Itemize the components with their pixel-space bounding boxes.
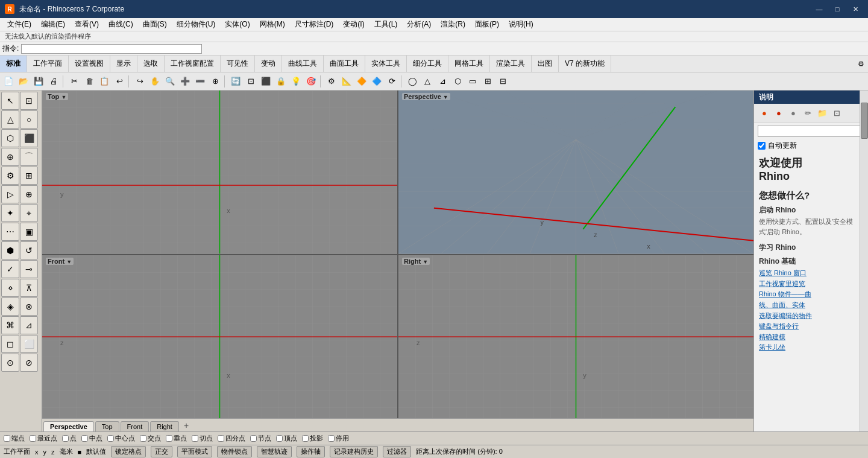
snap-checkbox-11[interactable] xyxy=(302,435,309,442)
viewport-perspective-label[interactable]: Perspective ▼ xyxy=(402,93,450,100)
toolbar-icon-31[interactable]: ⊟ xyxy=(495,74,510,89)
viewport-right[interactable]: Right ▼ xyxy=(398,255,753,419)
toolbar-icon-17[interactable]: 🔒 xyxy=(274,74,288,89)
menu-item-R[interactable]: 渲染(R) xyxy=(436,18,470,31)
toolbar-icon-16[interactable]: ⬛ xyxy=(259,74,273,89)
link-select-edit[interactable]: 选取要编辑的物件 xyxy=(759,311,863,322)
menu-item-E[interactable]: 编辑(E) xyxy=(36,18,70,31)
toolbar-icon-15[interactable]: ⊡ xyxy=(244,74,258,89)
tool-btn-10[interactable]: ▷ xyxy=(1,185,19,203)
ribbon-tab-曲线工具[interactable]: 曲线工具 xyxy=(282,56,324,72)
viewport-perspective[interactable]: Perspective ▼ xyxy=(398,91,753,254)
ribbon-tab-实体工具[interactable]: 实体工具 xyxy=(365,56,407,72)
viewport-tab-right[interactable]: Right xyxy=(150,421,179,431)
snap-label-2[interactable]: 点 xyxy=(70,434,77,443)
ribbon-tab-选取[interactable]: 选取 xyxy=(137,56,165,72)
menu-item-M[interactable]: 网格(M) xyxy=(255,18,290,31)
link-objects[interactable]: Rhino 物件——曲线、曲面、实体 xyxy=(759,289,863,310)
snap-label-7[interactable]: 切点 xyxy=(200,434,213,443)
ribbon-tab-网格工具[interactable]: 网格工具 xyxy=(448,56,490,72)
close-button[interactable]: ✕ xyxy=(848,3,863,15)
viewport-front[interactable]: Front ▼ xyxy=(42,255,397,419)
status-mode-3[interactable]: 物件锁点 xyxy=(217,446,252,457)
tool-btn-24[interactable]: ⌘ xyxy=(1,316,19,334)
snap-label-6[interactable]: 垂点 xyxy=(174,434,187,443)
tool-btn-20[interactable]: ⋄ xyxy=(1,279,19,297)
status-mode-4[interactable]: 智慧轨迹 xyxy=(257,446,292,457)
tool-btn-21[interactable]: ⊼ xyxy=(20,279,38,297)
minimize-button[interactable]: — xyxy=(811,3,827,15)
snap-label-12[interactable]: 停用 xyxy=(336,434,349,443)
toolbar-icon-24[interactable]: ⟳ xyxy=(385,74,399,89)
toolbar-icon-8[interactable]: ↪ xyxy=(133,74,147,89)
snap-checkbox-4[interactable] xyxy=(107,435,114,442)
tool-btn-7[interactable]: ⌒ xyxy=(20,148,38,166)
snap-checkbox-8[interactable] xyxy=(218,435,224,442)
status-mode-2[interactable]: 平面模式 xyxy=(177,446,212,457)
tool-btn-4[interactable]: ⬡ xyxy=(1,129,19,147)
toolbar-icon-23[interactable]: 🔷 xyxy=(370,74,384,89)
menu-item-P[interactable]: 面板(P) xyxy=(470,18,504,31)
snap-label-4[interactable]: 中心点 xyxy=(115,434,135,443)
ribbon-tab-显示[interactable]: 显示 xyxy=(110,56,137,72)
toolbar-icon-11[interactable]: ➕ xyxy=(178,74,192,89)
menu-item-U[interactable]: 细分物件(U) xyxy=(172,18,221,31)
rp-color-icon[interactable]: ● xyxy=(758,106,771,119)
snap-label-5[interactable]: 交点 xyxy=(148,434,161,443)
menu-item-V[interactable]: 查看(V) xyxy=(70,18,104,31)
menu-item-C[interactable]: 曲线(C) xyxy=(104,18,138,31)
snap-label-8[interactable]: 四分点 xyxy=(225,434,245,443)
ribbon-settings-icon[interactable]: ⚙ xyxy=(854,59,868,69)
toolbar-icon-13[interactable]: ⊕ xyxy=(208,74,222,89)
menu-item-D[interactable]: 尺寸标注(D) xyxy=(290,18,339,31)
tool-btn-22[interactable]: ◈ xyxy=(1,297,19,316)
menu-item-S[interactable]: 曲面(S) xyxy=(138,18,172,31)
viewport-tab-perspective[interactable]: Perspective xyxy=(43,421,94,431)
auto-update-checkbox[interactable] xyxy=(758,142,766,150)
link-browse-window[interactable]: 巡览 Rhino 窗口 xyxy=(759,268,863,279)
snap-checkbox-2[interactable] xyxy=(62,435,69,442)
viewport-front-dropdown[interactable]: ▼ xyxy=(66,259,72,265)
toolbar-icon-21[interactable]: 📐 xyxy=(339,74,354,89)
menu-item-L[interactable]: 工具(L) xyxy=(370,18,403,31)
snap-label-11[interactable]: 投影 xyxy=(310,434,323,443)
tool-btn-17[interactable]: ↺ xyxy=(20,241,38,259)
toolbar-icon-4[interactable]: ✂ xyxy=(67,74,81,89)
tool-btn-28[interactable]: ⊙ xyxy=(1,354,19,372)
tool-btn-16[interactable]: ⬢ xyxy=(1,241,19,259)
toolbar-icon-10[interactable]: 🔍 xyxy=(163,74,177,89)
viewport-tab-add[interactable]: + xyxy=(180,419,192,431)
toolbar-icon-26[interactable]: △ xyxy=(420,74,435,89)
snap-label-0[interactable]: 端点 xyxy=(11,434,25,443)
toolbar-icon-7[interactable]: ↩ xyxy=(112,74,127,89)
toolbar-icon-25[interactable]: ◯ xyxy=(405,74,420,89)
ribbon-tab-可见性[interactable]: 可见性 xyxy=(221,56,255,72)
auto-update-label[interactable]: 自动更新 xyxy=(768,141,797,151)
menu-item-E[interactable]: 文件(E) xyxy=(2,18,36,31)
right-panel-search[interactable] xyxy=(758,125,864,137)
viewport-top[interactable]: Top ▼ xyxy=(42,91,397,254)
ribbon-tab-工作视窗配置[interactable]: 工作视窗配置 xyxy=(165,56,221,72)
tool-btn-3[interactable]: ○ xyxy=(20,110,38,129)
tool-btn-25[interactable]: ⊿ xyxy=(20,316,38,334)
tool-btn-19[interactable]: ⊸ xyxy=(20,260,38,278)
snap-label-3[interactable]: 中点 xyxy=(89,434,102,443)
menu-item-H[interactable]: 说明(H) xyxy=(504,18,538,31)
tool-btn-15[interactable]: ▣ xyxy=(20,223,38,241)
maximize-button[interactable]: □ xyxy=(829,3,845,15)
link-keyboard-cmd[interactable]: 键盘与指令行 xyxy=(759,321,863,332)
tool-btn-27[interactable]: ⬜ xyxy=(20,335,38,353)
viewport-right-dropdown[interactable]: ▼ xyxy=(423,259,428,265)
toolbar-icon-0[interactable]: 📄 xyxy=(1,74,16,89)
toolbar-icon-1[interactable]: 📂 xyxy=(16,74,31,89)
snap-checkbox-10[interactable] xyxy=(276,435,283,442)
tool-btn-13[interactable]: ⌖ xyxy=(20,204,38,222)
tool-btn-18[interactable]: ✓ xyxy=(1,260,19,278)
tool-btn-12[interactable]: ✦ xyxy=(1,204,19,222)
tool-btn-29[interactable]: ⊘ xyxy=(20,354,38,372)
ribbon-tab-V7 的新功能[interactable]: V7 的新功能 xyxy=(559,56,611,72)
toolbar-icon-22[interactable]: 🔶 xyxy=(354,74,369,89)
viewport-top-label[interactable]: Top ▼ xyxy=(46,93,68,100)
snap-label-9[interactable]: 节点 xyxy=(258,434,271,443)
toolbar-icon-20[interactable]: ⚙ xyxy=(324,74,339,89)
